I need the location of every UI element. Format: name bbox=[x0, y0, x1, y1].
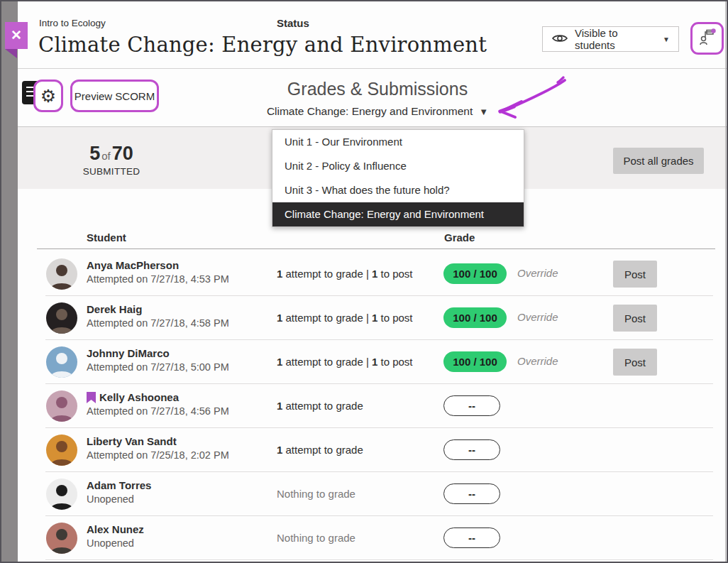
table-row: Derek Haig Attempted on 7/27/18, 4:58 PM… bbox=[45, 296, 713, 340]
table-row: Kelly Ashoonea Attempted on 7/27/18, 4:5… bbox=[45, 384, 713, 428]
content-selector-dropdown[interactable]: Climate Change: Energy and Environment▼ bbox=[236, 105, 519, 118]
grade-pill[interactable]: 100 / 100 bbox=[443, 263, 507, 284]
accommodation-flag-icon bbox=[87, 392, 96, 403]
content-dropdown-menu: Unit 1 - Our EnvironmentUnit 2 - Policy … bbox=[272, 129, 524, 227]
student-preview-icon bbox=[698, 28, 717, 49]
submitted-counter: 5of70 SUBMITTED bbox=[72, 143, 150, 177]
post-all-grades-button[interactable]: Post all grades bbox=[613, 148, 704, 174]
header-divider bbox=[18, 68, 727, 69]
settings-button[interactable]: ⚙ bbox=[33, 80, 63, 112]
visibility-label: Visible to students bbox=[575, 27, 652, 51]
student-name[interactable]: Derek Haig bbox=[87, 303, 142, 315]
chevron-down-icon: ▼ bbox=[663, 35, 670, 43]
status-text: 1 attempt to grade | 1 to post bbox=[277, 312, 413, 324]
avatar bbox=[46, 302, 77, 334]
breadcrumb-course-name: Intro to Ecology bbox=[39, 18, 106, 28]
student-name[interactable]: Johnny DiMarco bbox=[87, 347, 170, 359]
person-silhouette-icon bbox=[46, 302, 77, 334]
status-text: 1 attempt to grade bbox=[277, 444, 363, 456]
content-selector-label: Climate Change: Energy and Environment bbox=[267, 105, 473, 117]
close-panel-button[interactable]: ✕ bbox=[5, 22, 28, 49]
person-silhouette-icon bbox=[46, 346, 77, 378]
grade-pill[interactable]: 100 / 100 bbox=[443, 307, 507, 328]
column-header-status: Status bbox=[277, 17, 309, 29]
avatar bbox=[46, 523, 77, 554]
scorm-grades-panel: ✕ Intro to Ecology Climate Change: Energ… bbox=[0, 0, 728, 563]
grade-pill[interactable]: -- bbox=[443, 439, 500, 460]
of-label: of bbox=[100, 150, 112, 162]
person-silhouette-icon bbox=[46, 479, 77, 510]
student-preview-button[interactable] bbox=[690, 22, 724, 55]
post-button[interactable]: Post bbox=[613, 349, 657, 376]
dropdown-item[interactable]: Climate Change: Energy and Environment bbox=[272, 202, 524, 226]
student-name[interactable]: Anya MacPherson bbox=[87, 259, 179, 271]
avatar bbox=[46, 390, 77, 422]
person-silhouette-icon bbox=[46, 390, 77, 422]
table-row: Adam Torres Unopened Nothing to grade -- bbox=[45, 472, 713, 516]
status-text: 1 attempt to grade bbox=[277, 400, 363, 412]
attempt-detail: Unopened bbox=[87, 493, 151, 505]
grade-pill[interactable]: -- bbox=[443, 528, 500, 548]
person-silhouette-icon bbox=[46, 258, 77, 290]
eye-icon bbox=[551, 33, 568, 46]
post-button[interactable]: Post bbox=[613, 261, 657, 288]
override-link[interactable]: Override bbox=[517, 355, 558, 367]
dropdown-item[interactable]: Unit 2 - Policy & Influence bbox=[272, 154, 524, 178]
status-text: Nothing to grade bbox=[277, 532, 355, 544]
base-nav-rail bbox=[1, 1, 18, 562]
total-count: 70 bbox=[112, 143, 133, 164]
override-link[interactable]: Override bbox=[517, 311, 558, 323]
column-header-student: Student bbox=[87, 231, 126, 244]
student-name[interactable]: Kelly Ashoonea bbox=[99, 391, 179, 403]
annotation-arrow bbox=[490, 75, 569, 126]
person-silhouette-icon bbox=[46, 523, 77, 554]
status-text: 1 attempt to grade | 1 to post bbox=[277, 268, 413, 280]
visibility-dropdown[interactable]: Visible to students ▼ bbox=[542, 26, 679, 52]
attempt-detail: Unopened bbox=[87, 537, 144, 549]
student-name[interactable]: Liberty Van Sandt bbox=[87, 435, 177, 447]
gear-icon: ⚙ bbox=[40, 87, 56, 105]
attempt-detail: Attempted on 7/27/18, 5:00 PM bbox=[87, 361, 229, 373]
table-row: Anya MacPherson Attempted on 7/27/18, 4:… bbox=[45, 252, 713, 296]
status-text: 1 attempt to grade | 1 to post bbox=[277, 356, 413, 368]
submitted-count: 5 bbox=[89, 143, 100, 164]
grade-pill[interactable]: -- bbox=[443, 483, 500, 504]
panel-right-edge bbox=[725, 1, 726, 562]
dropdown-item[interactable]: Unit 3 - What does the future hold? bbox=[272, 178, 524, 202]
table-header-rule bbox=[37, 248, 715, 249]
grade-pill[interactable]: 100 / 100 bbox=[443, 351, 507, 372]
attempt-detail: Attempted on 7/27/18, 4:58 PM bbox=[87, 317, 229, 329]
attempt-detail: Attempted on 7/27/18, 4:56 PM bbox=[87, 405, 229, 417]
grades-submissions-title: Grades & Submissions bbox=[236, 79, 519, 99]
attempt-detail: Attempted on 7/27/18, 4:53 PM bbox=[87, 273, 229, 285]
preview-scorm-button[interactable]: Preview SCORM bbox=[70, 80, 159, 112]
override-link[interactable]: Override bbox=[517, 267, 558, 279]
page-title: Climate Change: Energy and Environment bbox=[38, 33, 487, 57]
person-silhouette-icon bbox=[46, 434, 77, 466]
table-row: Johnny DiMarco Attempted on 7/27/18, 5:0… bbox=[45, 340, 713, 384]
status-text: Nothing to grade bbox=[277, 488, 355, 500]
column-header-grade: Grade bbox=[444, 231, 475, 244]
selector-caret-icon: ▼ bbox=[479, 106, 488, 117]
student-name[interactable]: Alex Nunez bbox=[87, 523, 144, 535]
student-name[interactable]: Adam Torres bbox=[87, 479, 151, 491]
post-button[interactable]: Post bbox=[613, 305, 657, 332]
table-row: Liberty Van Sandt Attempted on 7/25/18, … bbox=[45, 428, 713, 472]
notification-dot bbox=[711, 28, 715, 33]
avatar bbox=[46, 479, 77, 510]
grade-pill[interactable]: -- bbox=[443, 395, 500, 416]
dropdown-item[interactable]: Unit 1 - Our Environment bbox=[272, 130, 524, 154]
avatar bbox=[46, 434, 77, 466]
submitted-label: SUBMITTED bbox=[72, 166, 150, 177]
student-rows: Anya MacPherson Attempted on 7/27/18, 4:… bbox=[45, 252, 713, 560]
avatar bbox=[46, 258, 77, 290]
attempt-detail: Attempted on 7/25/18, 2:02 PM bbox=[87, 449, 229, 461]
table-row: Alex Nunez Unopened Nothing to grade -- bbox=[45, 516, 713, 560]
avatar bbox=[46, 346, 77, 378]
